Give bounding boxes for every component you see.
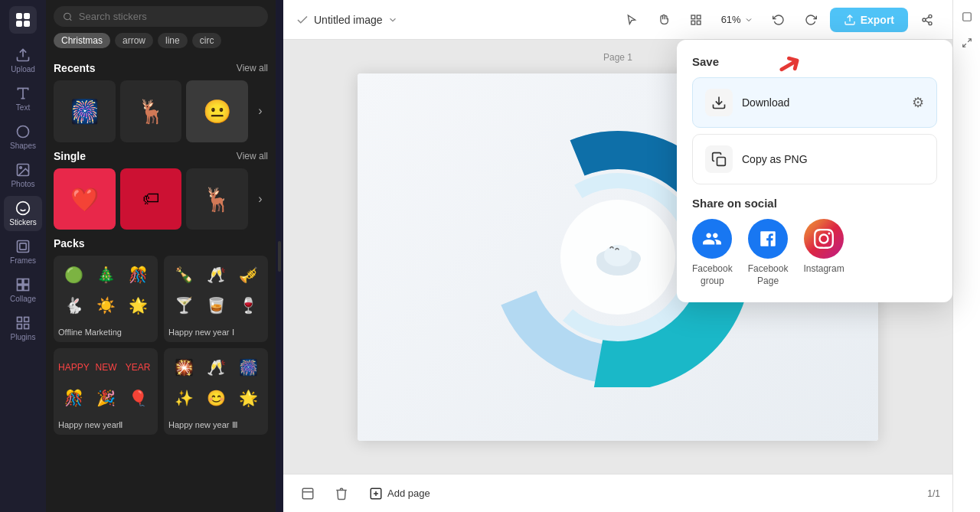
plugins-label: Plugins <box>11 333 36 341</box>
zoom-level: 61% <box>721 14 741 25</box>
add-page-btn[interactable]: Add page <box>363 484 436 504</box>
fb-group-label: Facebookgroup <box>692 263 733 287</box>
social-fb-group[interactable]: Facebookgroup <box>692 219 733 287</box>
sidebar-item-upload[interactable]: Upload <box>4 43 42 78</box>
pointer-tool-btn[interactable] <box>619 7 645 33</box>
add-page-icon <box>369 487 383 501</box>
svg-rect-19 <box>18 318 22 322</box>
tag-circle[interactable]: circ <box>192 33 222 48</box>
search-bar[interactable] <box>54 6 268 27</box>
copy-as-png-option[interactable]: Copy as PNG <box>692 134 937 184</box>
export-button[interactable]: Export <box>830 8 908 32</box>
thumbnail-icon <box>301 487 315 501</box>
single-next-arrow[interactable]: › <box>253 192 268 206</box>
fb-page-icon <box>748 219 788 259</box>
sticker-recent-0[interactable]: 🎆 <box>54 80 116 142</box>
fb-page-label: FacebookPage <box>748 263 789 287</box>
sidebar-item-photos[interactable]: Photos <box>4 158 42 193</box>
resize-icon <box>962 38 972 48</box>
svg-rect-18 <box>24 285 29 291</box>
page-counter: 1/1 <box>927 488 940 499</box>
pack-happy-new-year-1[interactable]: 🍾 🥂 🎺 🍸 🥃 🍷 Happy new year Ⅰ <box>164 256 268 342</box>
pack-label-0: Offline Marketing <box>54 324 158 341</box>
search-input[interactable] <box>79 11 259 22</box>
undo-btn[interactable] <box>766 7 792 33</box>
view-tool-btn[interactable] <box>683 7 709 33</box>
file-info[interactable]: Untitled image <box>296 13 398 27</box>
svg-rect-46 <box>302 488 313 499</box>
resize-handle[interactable] <box>276 0 283 512</box>
delete-page-btn[interactable] <box>329 481 354 506</box>
packs-title: Packs <box>54 237 84 249</box>
sidebar-panel: Christmas arrow line circ Recents View a… <box>46 0 276 512</box>
sidebar-content: Recents View all 🎆 🦌 😐 › Single View all… <box>46 54 276 512</box>
sidebar-item-stickers[interactable]: Stickers <box>4 196 42 231</box>
svg-point-10 <box>17 202 30 215</box>
sticker-recent-1[interactable]: 🦌 <box>120 80 182 142</box>
hand-tool-btn[interactable] <box>651 7 677 33</box>
svg-line-53 <box>962 44 965 47</box>
left-toolbar: Upload Text Shapes Photos Stickers Frame… <box>0 0 46 512</box>
right-bg-btn[interactable] <box>956 6 978 28</box>
svg-line-34 <box>926 17 929 19</box>
sticker-single-0[interactable]: ❤️ <box>54 168 116 230</box>
search-icon <box>63 11 73 22</box>
export-icon <box>844 14 856 26</box>
tag-arrow[interactable]: arrow <box>115 33 153 48</box>
text-label: Text <box>16 103 30 112</box>
svg-rect-51 <box>962 13 971 21</box>
sticker-single-2[interactable]: 🦌 <box>186 168 248 230</box>
svg-rect-20 <box>24 318 29 322</box>
canvas-area: Page 1 Save Download ⚙ Copy as PNG Share… <box>283 40 952 474</box>
svg-rect-2 <box>16 21 22 27</box>
share-section-title: Share on social <box>692 197 937 210</box>
svg-rect-22 <box>18 324 22 329</box>
pack-offline-marketing[interactable]: 🟢 🎄 🎊 🐇 ☀️ 🌟 Offline Marketing <box>54 256 158 342</box>
sidebar-item-shapes[interactable]: Shapes <box>4 119 42 155</box>
recents-view-all[interactable]: View all <box>237 63 268 73</box>
svg-rect-1 <box>24 13 30 19</box>
sidebar-item-frames[interactable]: Frames <box>4 234 42 269</box>
share-btn[interactable] <box>914 7 940 33</box>
copy-png-opt-icon <box>705 145 733 173</box>
svg-rect-27 <box>697 21 701 24</box>
social-fb-page[interactable]: FacebookPage <box>748 219 789 287</box>
app-logo[interactable] <box>9 6 37 34</box>
right-size-btn[interactable] <box>956 32 978 54</box>
sidebar-item-collage[interactable]: Collage <box>4 272 42 308</box>
social-instagram[interactable]: Instagram <box>803 219 844 287</box>
single-grid: ❤️ 🏷 🦌 › <box>54 168 268 230</box>
file-title[interactable]: Untitled image <box>314 14 383 26</box>
sidebar-item-text[interactable]: Text <box>4 81 42 116</box>
dropdown-chevron-icon <box>387 15 398 25</box>
copy-png-option-label: Copy as PNG <box>742 153 924 165</box>
pack-preview-0: 🟢 🎄 🎊 🐇 ☀️ 🌟 <box>54 256 158 324</box>
save-section-title: Save <box>692 55 937 68</box>
instagram-icon <box>804 219 844 259</box>
svg-line-24 <box>70 18 71 20</box>
pack-happy-new-year-2[interactable]: HAPPY NEW YEAR 🎊 🎉 🎈 Happy new yearⅡ <box>54 348 158 435</box>
svg-line-52 <box>968 39 971 42</box>
packs-section-header: Packs <box>54 237 268 249</box>
svg-rect-36 <box>717 158 726 166</box>
sticker-single-1[interactable]: 🏷 <box>120 168 182 230</box>
single-view-all[interactable]: View all <box>237 151 268 161</box>
tag-line[interactable]: line <box>158 33 188 48</box>
download-settings-icon[interactable]: ⚙ <box>912 94 924 111</box>
recents-next-arrow[interactable]: › <box>253 104 268 118</box>
background-icon <box>962 11 972 22</box>
tags-row: Christmas arrow line circ <box>46 33 276 54</box>
redo-btn[interactable] <box>798 7 824 33</box>
tag-christmas[interactable]: Christmas <box>54 33 110 48</box>
undo-icon <box>773 14 785 26</box>
svg-rect-28 <box>691 21 695 24</box>
page-thumbnail-btn[interactable] <box>296 481 320 506</box>
zoom-btn[interactable]: 61% <box>715 11 760 28</box>
svg-rect-17 <box>18 285 23 291</box>
single-section-header: Single View all <box>54 150 268 162</box>
sticker-recent-2[interactable]: 😐 <box>186 80 248 142</box>
share-icon <box>921 14 933 26</box>
pack-happy-new-year-3[interactable]: 🎇 🥂 🎆 ✨ 😊 🌟 Happy new year Ⅲ <box>164 348 268 435</box>
sidebar-item-plugins[interactable]: Plugins <box>4 311 42 346</box>
download-option[interactable]: Download ⚙ <box>692 77 937 128</box>
